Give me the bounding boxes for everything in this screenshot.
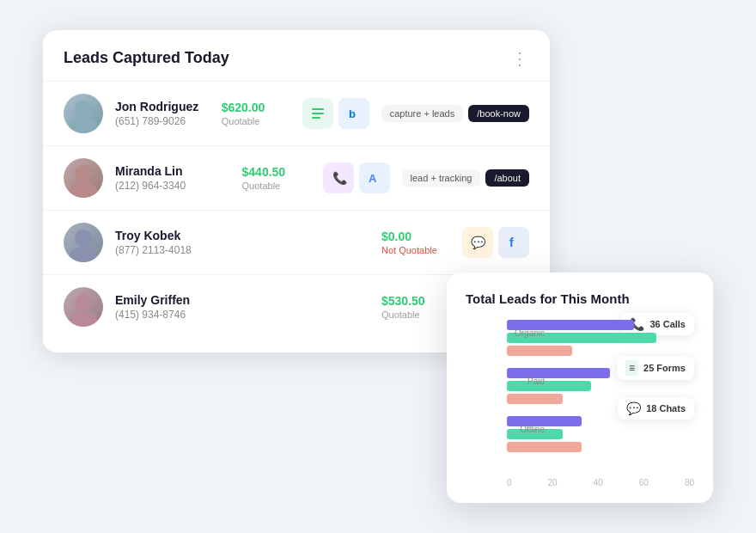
lead-amount: $440.50 bbox=[242, 165, 311, 179]
svg-point-10 bbox=[75, 230, 92, 247]
chart-card: Total Leads for This Month 📞 36 Calls Or… bbox=[447, 273, 713, 503]
svg-point-7 bbox=[70, 182, 97, 198]
lead-value: $530.50 Quotable bbox=[381, 294, 450, 320]
bar-paid-chats bbox=[507, 394, 563, 404]
lead-value: $0.00 Not Quotable bbox=[381, 230, 450, 255]
lead-amount: $620.00 bbox=[222, 101, 290, 114]
x-label-40: 40 bbox=[594, 478, 603, 487]
lead-value: $440.50 Quotable bbox=[242, 165, 311, 191]
x-label-60: 60 bbox=[639, 478, 649, 487]
svg-text:💬: 💬 bbox=[471, 236, 486, 250]
lead-phone: (212) 964-3340 bbox=[115, 180, 230, 192]
tag-about: /about bbox=[485, 169, 529, 187]
svg-text:b: b bbox=[349, 107, 356, 120]
card-header: Leads Captured Today ⋮ bbox=[43, 30, 550, 81]
lead-phone: (651) 789-9026 bbox=[115, 115, 210, 127]
call-tracking-icon: 📞 bbox=[323, 162, 354, 193]
svg-point-14 bbox=[75, 294, 92, 311]
bing-icon: b bbox=[338, 98, 369, 129]
bar-offline-chats bbox=[507, 442, 582, 452]
lead-row[interactable]: Troy Kobek (877) 2113-4018 $0.00 Not Quo… bbox=[43, 210, 550, 274]
svg-rect-4 bbox=[312, 117, 320, 119]
tag-book-now: /book-now bbox=[468, 105, 529, 122]
lead-phone: (415) 934-8746 bbox=[115, 309, 369, 321]
lead-info: Troy Kobek (877) 2113-4018 bbox=[115, 229, 369, 256]
lead-name: Troy Kobek bbox=[115, 229, 369, 242]
lead-amount: $530.50 bbox=[381, 294, 450, 308]
tag-lead-tracking: lead + tracking bbox=[402, 169, 481, 187]
svg-point-11 bbox=[70, 247, 97, 262]
svg-rect-2 bbox=[312, 108, 324, 110]
lead-info: Emily Griffen (415) 934-8746 bbox=[115, 293, 369, 321]
lead-status: Not Quotable bbox=[381, 245, 450, 255]
lead-tags: capture + leads /book-now bbox=[381, 105, 529, 122]
x-label-80: 80 bbox=[685, 478, 694, 487]
svg-point-1 bbox=[70, 118, 97, 133]
avatar bbox=[64, 223, 103, 262]
x-axis: 0 20 40 60 80 bbox=[466, 478, 694, 487]
forms-icon bbox=[302, 98, 333, 129]
chats-label: 18 Chats bbox=[646, 403, 686, 414]
group-label-paid: Paid bbox=[507, 377, 545, 386]
lead-row[interactable]: Jon Rodriguez (651) 789-9026 $620.00 Quo… bbox=[43, 81, 550, 145]
group-label-offline: Offline bbox=[507, 425, 545, 434]
avatar bbox=[64, 287, 103, 327]
lead-status: Quotable bbox=[381, 309, 450, 320]
more-options-icon[interactable]: ⋮ bbox=[511, 50, 529, 67]
bar-organic-chats bbox=[507, 346, 572, 356]
source-icons: 📞 A bbox=[323, 162, 390, 193]
lead-amount: $0.00 bbox=[381, 230, 450, 243]
lead-name: Emily Griffen bbox=[115, 293, 369, 307]
svg-point-15 bbox=[70, 311, 97, 327]
source-icons: 💬 f bbox=[462, 227, 529, 258]
facebook-icon: f bbox=[498, 227, 529, 258]
svg-text:📞: 📞 bbox=[332, 171, 347, 186]
svg-point-6 bbox=[75, 165, 92, 182]
chart-title: Total Leads for This Month bbox=[466, 291, 694, 306]
lead-tags: lead + tracking /about bbox=[402, 169, 529, 187]
lead-name: Miranda Lin bbox=[115, 164, 230, 178]
source-icons: b bbox=[302, 98, 369, 129]
svg-point-0 bbox=[75, 101, 92, 118]
avatar bbox=[64, 158, 103, 198]
chat-icon: 💬 bbox=[462, 227, 493, 258]
svg-text:f: f bbox=[509, 236, 514, 249]
lead-value: $620.00 Quotable bbox=[222, 101, 290, 126]
lead-info: Jon Rodriguez (651) 789-9026 bbox=[115, 100, 210, 127]
x-label-20: 20 bbox=[548, 478, 558, 487]
lead-info: Miranda Lin (212) 964-3340 bbox=[115, 164, 230, 192]
lead-status: Quotable bbox=[222, 116, 290, 126]
bar-chart: Organic ≡ 25 Forms Paid bbox=[466, 320, 694, 478]
svg-text:A: A bbox=[369, 172, 377, 185]
card-title: Leads Captured Today bbox=[64, 49, 229, 67]
lead-status: Quotable bbox=[242, 181, 311, 191]
x-label-0: 0 bbox=[507, 478, 512, 487]
lead-phone: (877) 2113-4018 bbox=[115, 244, 369, 256]
tag-capture-leads: capture + leads bbox=[381, 105, 464, 122]
svg-rect-3 bbox=[312, 113, 324, 114]
lead-name: Jon Rodriguez bbox=[115, 100, 210, 113]
avatar bbox=[64, 94, 103, 133]
lead-row[interactable]: Miranda Lin (212) 964-3340 $440.50 Quota… bbox=[43, 145, 550, 210]
group-label-organic: Organic bbox=[507, 328, 545, 338]
google-ads-icon: A bbox=[359, 162, 390, 193]
